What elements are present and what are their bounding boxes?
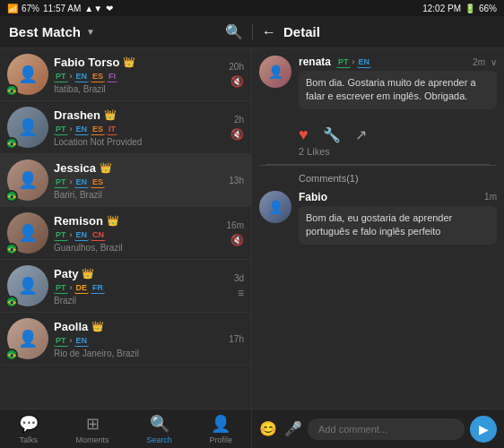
lang-es: ES — [91, 124, 105, 135]
item-meta: 17h — [229, 334, 244, 344]
signal-icon: 📶 — [7, 4, 18, 13]
lang-es: ES — [91, 71, 105, 82]
likes-count: 2 Likes — [259, 146, 497, 157]
bottom-navigation: 💬 Talks ⊞ Moments 🔍 Search 👤 Profile 😊 🎤… — [0, 409, 504, 448]
search-icon[interactable]: 🔍 — [225, 23, 243, 40]
nav-left: 💬 Talks ⊞ Moments 🔍 Search 👤 Profile — [0, 409, 252, 448]
lang-it: IT — [107, 124, 117, 135]
contact-location: Guarulhos, Brazil — [54, 243, 222, 253]
flag-icon — [5, 296, 18, 308]
nav-profile[interactable]: 👤 Profile — [203, 410, 240, 448]
lang-row: PT › EN CN — [54, 229, 222, 241]
contact-name: Paolla — [54, 320, 88, 333]
nav-talks[interactable]: 💬 Talks — [12, 410, 46, 448]
lang-pt: PT — [54, 282, 68, 294]
crown-icon: 👑 — [123, 56, 135, 68]
send-icon: ▶ — [479, 422, 489, 436]
contact-location: Location Not Provided — [54, 137, 225, 147]
name-row: Paty 👑 — [54, 267, 229, 280]
list-item[interactable]: 👤 Drashen 👑 PT › EN ES IT Location Not P… — [0, 101, 251, 154]
comment-icons: 😊 🎤 — [259, 420, 302, 437]
talks-label: Talks — [20, 435, 39, 444]
arrow-icon: › — [70, 283, 73, 292]
contact-location: Brazil — [54, 296, 229, 306]
avatar-container: 👤 — [7, 212, 48, 254]
comment-input[interactable] — [308, 418, 465, 440]
name-row: Remison 👑 — [54, 214, 222, 228]
comment-header: Fabio 1m — [299, 191, 497, 203]
list-item[interactable]: 👤 Jessica 👑 PT › EN ES Bariri, Brazil — [0, 154, 251, 207]
lang-en: EN — [74, 229, 90, 241]
contact-location: Itatiba, Brazil — [54, 84, 223, 94]
detail-title: Detail — [283, 24, 320, 39]
lang-pt: PT — [54, 177, 68, 188]
emoji-icon[interactable]: 😊 — [259, 420, 277, 437]
list-item[interactable]: 👤 Remison 👑 PT › EN CN Guarulhos, Brazil — [0, 207, 251, 260]
contact-info: Fabio Torso 👑 PT › EN ES FI Itatiba, Bra… — [48, 56, 229, 94]
message-text: Bom dia. Gostaria muito de aprender a fa… — [299, 71, 497, 109]
status-time: 11:57 AM — [43, 4, 81, 13]
moments-icon: ⊞ — [86, 414, 100, 434]
contact-location: Bariri, Brazil — [54, 190, 223, 200]
message-author: renata — [299, 56, 331, 68]
chevron-down-icon[interactable]: ▼ — [86, 27, 95, 37]
lang-pt: PT — [54, 124, 68, 135]
nav-search[interactable]: 🔍 Search — [139, 410, 179, 448]
message-time: 2m — [473, 57, 485, 67]
crown-icon: 👑 — [100, 162, 112, 174]
lang-es: ES — [91, 177, 105, 188]
battery-icon: 🔋 — [465, 4, 475, 13]
menu-icon: ≡ — [238, 287, 244, 299]
list-item[interactable]: 👤 Fabio Torso 👑 PT › EN ES FI Itatiba, B… — [0, 48, 251, 101]
lang-en: EN — [74, 124, 90, 135]
name-row: Drashen 👑 — [54, 108, 225, 122]
crown-icon: 👑 — [107, 215, 119, 227]
contact-location: Rio de Janeiro, Brazil — [54, 349, 223, 358]
lang-fi: FI — [107, 71, 117, 82]
name-row: Paolla 👑 — [54, 320, 223, 333]
tools-icon[interactable]: 🔧 — [323, 126, 341, 143]
contact-info: Drashen 👑 PT › EN ES IT Location Not Pro… — [48, 108, 230, 147]
message-time: 13h — [229, 176, 244, 185]
name-row: Jessica 👑 — [54, 161, 223, 175]
item-meta: 2h 🔇 — [230, 115, 244, 141]
back-icon[interactable]: ← — [262, 24, 276, 40]
message-time: 3d — [234, 273, 244, 283]
lang-de: DE — [74, 282, 90, 294]
mic-icon[interactable]: 🎤 — [284, 420, 302, 437]
contact-name: Paty — [54, 267, 78, 280]
expand-icon[interactable]: ∨ — [491, 57, 497, 67]
arrow-icon: › — [70, 336, 73, 345]
contact-info: Jessica 👑 PT › EN ES Bariri, Brazil — [48, 161, 229, 200]
search-icon: 🔍 — [150, 414, 169, 434]
share-icon[interactable]: ↗ — [355, 126, 367, 143]
heart-icon[interactable]: ♥ — [299, 125, 308, 144]
header-left: Best Match ▼ 🔍 — [0, 23, 252, 40]
message-time: 20h — [229, 62, 244, 72]
nav-right: 😊 🎤 ▶ — [252, 409, 504, 448]
item-meta: 16m 🔇 — [227, 220, 244, 246]
message-lang-row: PT › EN — [336, 56, 371, 68]
item-meta: 3d ≡ — [234, 273, 244, 299]
list-item[interactable]: 👤 Paolla 👑 PT › EN Rio de Janeiro, Brazi… — [0, 313, 251, 366]
lang-row: PT › DE FR — [54, 282, 229, 294]
contacts-list: 👤 Fabio Torso 👑 PT › EN ES FI Itatiba, B… — [0, 48, 252, 409]
msg-lang-pt: PT — [336, 56, 351, 68]
flag-icon — [5, 84, 18, 97]
comment-time: 1m — [484, 192, 497, 202]
contact-name: Drashen — [54, 108, 100, 122]
list-item[interactable]: 👤 Paty 👑 PT › DE FR Brazil 3d — [0, 260, 251, 313]
header-title[interactable]: Best Match — [9, 24, 81, 39]
item-meta: 20h 🔇 — [229, 62, 244, 88]
speaker-icon: 🔇 — [230, 234, 244, 246]
message-time: 2h — [234, 115, 244, 125]
avatar-container: 👤 — [7, 54, 48, 95]
lang-pt: PT — [54, 335, 68, 347]
send-button[interactable]: ▶ — [470, 416, 497, 443]
lang-pt: PT — [54, 229, 68, 241]
detail-panel: 👤 renata PT › EN 2m ∨ Bom dia. Gostaria … — [252, 48, 504, 409]
lang-en: EN — [74, 335, 90, 347]
crown-icon: 👑 — [91, 321, 104, 332]
crown-icon: 👑 — [104, 109, 117, 121]
nav-moments[interactable]: ⊞ Moments — [69, 410, 117, 448]
